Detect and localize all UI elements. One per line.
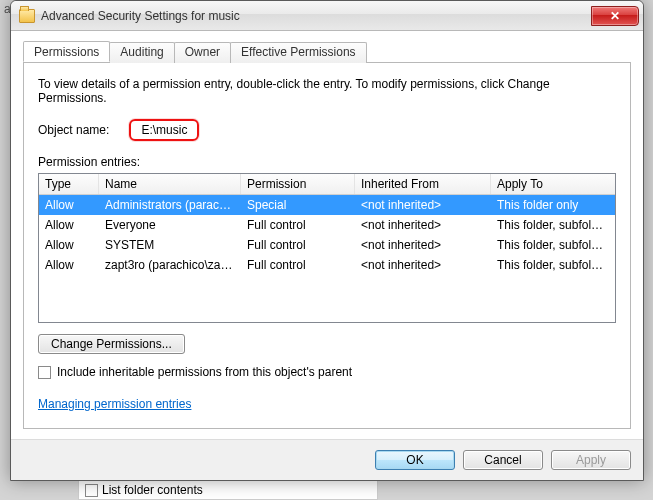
advanced-security-dialog: Advanced Security Settings for music ✕ P… <box>10 0 644 481</box>
tab-permissions[interactable]: Permissions <box>23 41 110 62</box>
object-name-value: E:\music <box>129 119 199 141</box>
list-header[interactable]: Type Name Permission Inherited From Appl… <box>39 174 615 195</box>
include-inheritable-row: Include inheritable permissions from thi… <box>38 365 616 379</box>
object-name-label: Object name: <box>38 123 109 137</box>
col-inherited-from[interactable]: Inherited From <box>355 174 491 194</box>
background-item: List folder contents <box>78 480 378 500</box>
table-row[interactable]: Allow zapt3ro (parachico\zapt3ro) Full c… <box>39 255 615 275</box>
dialog-footer: OK Cancel Apply <box>11 439 643 480</box>
object-name-row: Object name: E:\music <box>38 119 616 141</box>
table-row[interactable]: Allow Everyone Full control <not inherit… <box>39 215 615 235</box>
tabstrip: Permissions Auditing Owner Effective Per… <box>23 41 631 63</box>
table-row[interactable]: Allow SYSTEM Full control <not inherited… <box>39 235 615 255</box>
col-permission[interactable]: Permission <box>241 174 355 194</box>
managing-permissions-link[interactable]: Managing permission entries <box>38 397 191 411</box>
titlebar[interactable]: Advanced Security Settings for music ✕ <box>11 1 643 31</box>
change-permissions-button[interactable]: Change Permissions... <box>38 334 185 354</box>
permission-entries-list[interactable]: Type Name Permission Inherited From Appl… <box>38 173 616 323</box>
ok-button[interactable]: OK <box>375 450 455 470</box>
apply-button[interactable]: Apply <box>551 450 631 470</box>
client-area: Permissions Auditing Owner Effective Per… <box>11 31 643 439</box>
include-inheritable-label: Include inheritable permissions from thi… <box>57 365 352 379</box>
tab-effective-permissions[interactable]: Effective Permissions <box>230 42 367 63</box>
permission-entries-label: Permission entries: <box>38 155 616 169</box>
close-icon: ✕ <box>610 9 620 23</box>
tab-panel: To view details of a permission entry, d… <box>23 63 631 429</box>
instructions-text: To view details of a permission entry, d… <box>38 77 616 105</box>
tab-auditing[interactable]: Auditing <box>109 42 174 63</box>
col-name[interactable]: Name <box>99 174 241 194</box>
cancel-button[interactable]: Cancel <box>463 450 543 470</box>
include-inheritable-checkbox[interactable] <box>38 366 51 379</box>
bg-list-label: List folder contents <box>102 483 203 497</box>
tab-owner[interactable]: Owner <box>174 42 231 63</box>
col-apply-to[interactable]: Apply To <box>491 174 615 194</box>
checkbox-icon <box>85 484 98 497</box>
list-body: Allow Administrators (parachico... Speci… <box>39 195 615 322</box>
col-type[interactable]: Type <box>39 174 99 194</box>
close-button[interactable]: ✕ <box>591 6 639 26</box>
folder-icon <box>19 9 35 23</box>
window-title: Advanced Security Settings for music <box>41 9 240 23</box>
table-row[interactable]: Allow Administrators (parachico... Speci… <box>39 195 615 215</box>
